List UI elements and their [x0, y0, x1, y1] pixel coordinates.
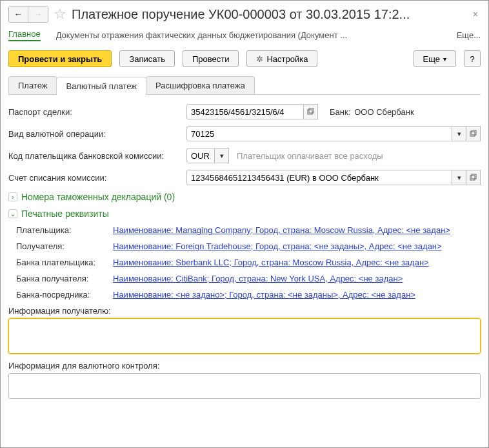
nav-more-link[interactable]: Еще... [457, 30, 481, 40]
commission-account-dropdown-button[interactable]: ▾ [452, 170, 466, 185]
chevron-down-icon: ▾ [457, 130, 461, 138]
payer-label: Плательщика: [16, 225, 113, 235]
currency-control-textarea[interactable] [8, 373, 481, 399]
currency-control-label: Информация для валютного контроля: [8, 361, 481, 371]
commission-account-label: Счет списания комиссии: [8, 173, 183, 183]
recipient-label: Получателя: [16, 241, 113, 251]
recipient-bank-link[interactable]: Наименование: CitiBank; Город, страна: N… [113, 274, 403, 283]
bank-value: ООО Сбербанк [354, 107, 414, 117]
currency-op-dropdown-button[interactable]: ▾ [452, 126, 466, 141]
currency-op-open-button[interactable] [466, 126, 481, 141]
commission-code-dropdown-button[interactable]: ▾ [215, 148, 229, 163]
more-button[interactable]: Еще ▾ [414, 50, 456, 67]
customs-label: Номера таможенных деклараций (0) [21, 192, 175, 202]
tab-payment[interactable]: Платеж [8, 76, 57, 94]
expand-right-icon: › [8, 192, 17, 201]
svg-rect-0 [308, 110, 312, 114]
more-label: Еще [423, 54, 440, 64]
nav-back-button[interactable]: ← [9, 6, 28, 22]
help-button[interactable]: ? [464, 50, 481, 67]
open-icon [470, 130, 477, 137]
tab-currency-payment[interactable]: Валютный платеж [56, 77, 146, 95]
print-label: Печатные реквизиты [21, 209, 109, 219]
print-expander[interactable]: ⌄ Печатные реквизиты [8, 209, 481, 219]
nav-tab-main[interactable]: Главное [8, 29, 41, 41]
commission-code-label: Код плательщика банковской комиссии: [8, 151, 183, 161]
favorite-star-icon[interactable]: ☆ [54, 6, 66, 23]
intermediary-label: Банка-посредника: [16, 290, 113, 300]
svg-rect-5 [472, 174, 476, 179]
commission-code-input[interactable] [186, 148, 215, 163]
open-icon [307, 108, 315, 116]
intermediary-link[interactable]: Наименование: <не задано>; Город, страна… [113, 290, 415, 300]
svg-rect-4 [470, 176, 475, 180]
commission-account-input[interactable] [186, 170, 452, 185]
save-button[interactable]: Записать [119, 50, 175, 67]
chevron-down-icon: ▾ [443, 56, 446, 63]
commit-close-button[interactable]: Провести и закрыть [8, 50, 112, 67]
passport-open-button[interactable] [304, 104, 318, 119]
passport-label: Паспорт сделки: [8, 107, 183, 117]
nav-forward-button[interactable]: → [28, 6, 48, 22]
payer-bank-label: Банка плательщика: [16, 258, 113, 267]
close-icon[interactable]: × [470, 9, 481, 19]
currency-op-label: Вид валютной операции: [8, 129, 183, 139]
payer-link[interactable]: Наименование: Managing Company; Город, с… [113, 225, 450, 235]
open-icon [470, 174, 477, 181]
recipient-info-label: Информация получателю: [8, 306, 481, 316]
window-title: Платежное поручение УК00-000003 от 30.03… [72, 7, 465, 22]
svg-rect-3 [472, 130, 476, 135]
recipient-bank-label: Банка получателя: [16, 274, 113, 283]
svg-rect-1 [309, 108, 314, 113]
expand-down-icon: ⌄ [8, 209, 17, 218]
settings-button[interactable]: ✲ Настройка [246, 50, 317, 67]
currency-op-input[interactable] [186, 126, 452, 141]
nav-buttons: ← → [8, 6, 48, 23]
gear-icon: ✲ [256, 54, 263, 64]
settings-label: Настройка [266, 54, 308, 64]
recipient-info-textarea[interactable] [8, 318, 481, 354]
nav-tab-documents[interactable]: Документы отражения фактических данных б… [56, 30, 441, 40]
recipient-link[interactable]: Наименование: Foreign Tradehouse; Город,… [113, 241, 442, 251]
chevron-down-icon: ▾ [220, 152, 224, 160]
customs-expander[interactable]: › Номера таможенных деклараций (0) [8, 192, 481, 202]
commission-account-open-button[interactable] [466, 170, 481, 185]
commit-button[interactable]: Провести [183, 50, 239, 67]
chevron-down-icon: ▾ [457, 174, 461, 182]
svg-rect-2 [470, 132, 475, 136]
commission-hint: Плательщик оплачивает все расходы [237, 151, 383, 161]
payer-bank-link[interactable]: Наименование: Sberbank LLC; Город, стран… [113, 258, 429, 267]
bank-label: Банк: [330, 107, 350, 117]
tab-breakdown[interactable]: Расшифровка платежа [146, 76, 255, 94]
passport-input[interactable] [186, 104, 304, 119]
